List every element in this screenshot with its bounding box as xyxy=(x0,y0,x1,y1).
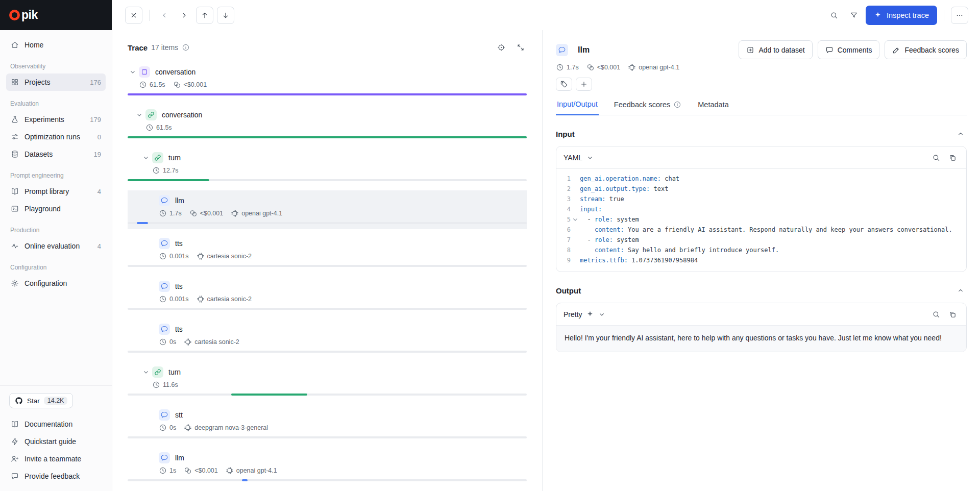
node-label: tts xyxy=(175,282,183,290)
link-icon xyxy=(145,109,157,120)
clock-icon xyxy=(145,124,154,132)
filter-button[interactable] xyxy=(846,7,862,23)
sparkle-icon xyxy=(586,310,594,318)
node-stat: openai gpt-4.1 xyxy=(231,209,282,217)
detail-stat: <$0.001 xyxy=(586,63,621,71)
sidebar-item-online-evaluation[interactable]: Online evaluation4 xyxy=(6,237,106,255)
sidebar-item-prompt-library[interactable]: Prompt library4 xyxy=(6,183,106,200)
input-copy-button[interactable] xyxy=(946,151,959,164)
chevron-spacer xyxy=(148,410,158,420)
tab-feedback-scores[interactable]: Feedback scores xyxy=(613,98,682,115)
tag-icon xyxy=(560,80,568,88)
opik-logo-icon xyxy=(9,10,20,20)
github-star-button[interactable]: Star 14.2K xyxy=(9,393,73,408)
feedback-scores-button[interactable]: Feedback scores xyxy=(885,40,967,59)
comments-button[interactable]: Comments xyxy=(818,40,880,59)
chat-icon xyxy=(160,282,168,290)
node-stat: cartesia sonic-2 xyxy=(197,252,252,260)
output-copy-button[interactable] xyxy=(946,308,959,321)
trace-node-tts-4[interactable]: tts0.001scartesia sonic-2 xyxy=(128,233,527,272)
chevdown-icon xyxy=(142,154,150,162)
trace-node-tts-5[interactable]: tts0.001scartesia sonic-2 xyxy=(128,276,527,315)
link-icon xyxy=(152,152,163,163)
input-search-button[interactable] xyxy=(929,151,943,164)
chat-icon xyxy=(159,195,170,206)
footer-link-invite-a-teammate[interactable]: Invite a teammate xyxy=(6,450,106,468)
node-toggle[interactable] xyxy=(141,153,151,163)
node-toggle[interactable] xyxy=(128,67,138,77)
clock-icon xyxy=(159,338,167,346)
node-label: conversation xyxy=(162,111,202,119)
inspect-trace-button[interactable]: Inspect trace xyxy=(866,6,937,25)
sidebar-item-home[interactable]: Home xyxy=(6,36,106,54)
node-toggle[interactable] xyxy=(141,367,151,377)
close-trace-button[interactable] xyxy=(125,7,142,24)
tab-input-output[interactable]: Input/Output xyxy=(556,98,599,115)
opik-logo[interactable]: pik xyxy=(0,0,112,30)
sidebar-item-experiments[interactable]: Experiments179 xyxy=(6,111,106,128)
chat-icon xyxy=(159,409,170,421)
trace-node-stt-8[interactable]: stt0sdeepgram nova-3-general xyxy=(128,405,527,444)
output-text: Hello! I'm your friendly AI assistant, h… xyxy=(556,326,966,352)
prev-trace-button[interactable] xyxy=(156,7,173,23)
pencil-icon xyxy=(892,46,900,54)
code-line: 4input: xyxy=(556,204,962,214)
input-format-label: YAML xyxy=(564,154,582,162)
more-actions-button[interactable] xyxy=(951,7,968,24)
footer-link-documentation[interactable]: Documentation xyxy=(6,415,106,433)
sidebar-item-playground[interactable]: Playground xyxy=(6,200,106,217)
node-label: llm xyxy=(175,454,184,462)
sparkle-icon xyxy=(874,11,882,19)
output-format-select[interactable]: Pretty xyxy=(564,310,606,318)
search-button[interactable] xyxy=(826,7,842,23)
timeline-track xyxy=(128,308,527,310)
next-span-button[interactable] xyxy=(217,7,234,24)
sidebar-item-datasets[interactable]: Datasets19 xyxy=(6,145,106,163)
fold-spacer xyxy=(571,255,580,265)
clock-icon xyxy=(159,252,167,260)
sidebar-section-prompt-engineering: Prompt engineering xyxy=(10,172,102,179)
add-tag-button[interactable] xyxy=(576,78,592,91)
trace-node-llm-9[interactable]: llm1s<$0.001openai gpt-4.1 xyxy=(128,448,527,486)
sidebar-item-configuration[interactable]: Configuration xyxy=(6,275,106,292)
trace-tree-header: Trace 17 items xyxy=(128,41,527,54)
add-to-dataset-button[interactable]: Add to dataset xyxy=(739,40,812,59)
trace-node-conversation-0[interactable]: conversation61.5s<$0.001 xyxy=(128,62,527,101)
node-stat: <$0.001 xyxy=(184,467,218,475)
output-search-button[interactable] xyxy=(929,308,943,321)
info-icon xyxy=(673,101,681,109)
trace-node-llm-3[interactable]: llm1.7s<$0.001openai gpt-4.1 xyxy=(128,190,527,229)
tags-button[interactable] xyxy=(556,78,572,91)
prev-span-button[interactable] xyxy=(196,7,213,24)
output-card-header: Pretty xyxy=(556,303,966,326)
footer-link-provide-feedback[interactable]: Provide feedback xyxy=(6,468,106,485)
sidebar-section-production: Production xyxy=(10,227,102,234)
trace-node-turn-7[interactable]: turn11.6s xyxy=(128,362,527,401)
code-line: 9metrics.ttfb: 1.0737361907958984 xyxy=(556,255,962,265)
focus-span-button[interactable] xyxy=(495,41,507,54)
node-stat: deepgram nova-3-general xyxy=(184,424,268,432)
sidebar-item-projects[interactable]: Projects176 xyxy=(6,73,106,91)
fold-spacer xyxy=(571,194,580,204)
sidebar-item-optimization-runs[interactable]: Optimization runs0 xyxy=(6,128,106,145)
node-toggle[interactable] xyxy=(134,110,144,120)
fold-toggle[interactable] xyxy=(571,214,580,225)
line-number: 8 xyxy=(556,245,571,255)
next-trace-button[interactable] xyxy=(176,7,192,23)
toolbar-divider xyxy=(149,10,150,21)
trace-node-tts-6[interactable]: tts0scartesia sonic-2 xyxy=(128,319,527,358)
tab-metadata[interactable]: Metadata xyxy=(697,98,729,115)
node-stat: <$0.001 xyxy=(189,209,224,217)
expand-tree-button[interactable] xyxy=(514,41,527,54)
collapse-output-button[interactable] xyxy=(954,284,967,297)
span-stats: 1.7s<$0.001openai gpt-4.1 xyxy=(556,63,967,71)
trace-node-turn-2[interactable]: turn12.7s xyxy=(128,148,527,186)
sliders-icon xyxy=(11,133,19,141)
input-format-select[interactable]: YAML xyxy=(564,154,594,162)
footer-link-quickstart-guide[interactable]: Quickstart guide xyxy=(6,433,106,450)
collapse-input-button[interactable] xyxy=(954,128,967,140)
plus-icon xyxy=(580,80,588,88)
node-stat: cartesia sonic-2 xyxy=(197,295,252,303)
code-line: 2gen_ai.output.type: text xyxy=(556,184,962,194)
trace-node-conversation-1[interactable]: conversation61.5s xyxy=(128,105,527,143)
